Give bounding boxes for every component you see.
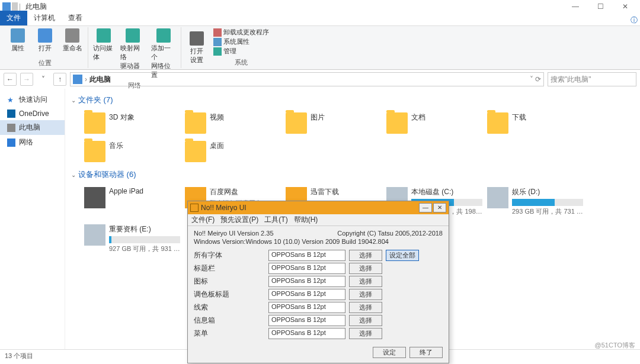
select-button[interactable]: 选择 [349,289,382,300]
dlg-close-button[interactable]: ✕ [433,203,446,212]
folder-item[interactable]: 文档 [384,110,485,136]
select-button[interactable]: 选择 [349,250,382,261]
dialog-titlebar[interactable]: No!! Meiryo UI — ✕ [188,201,449,214]
dlg-version: No!! Meiryo UI Version 2.35 [194,230,274,237]
dialog-icon [190,204,199,212]
forward-button[interactable]: → [20,73,33,86]
drive-name: 娱乐 (D:) [512,187,583,197]
properties-button[interactable]: 属性 [5,27,31,54]
drive-icon [487,187,508,208]
menu-file[interactable]: 文件(F) [191,215,215,225]
drive-item[interactable]: 娱乐 (D:)293 GB 可用，共 731 … [485,185,585,218]
star-icon: ★ [7,96,15,104]
meiryo-dialog: No!! Meiryo UI — ✕ 文件(F) 预先设置(P) 工具(T) 帮… [187,201,449,363]
sidebar-item-此电脑[interactable]: 此电脑 [0,120,65,135]
folder-item[interactable]: 3D 对象 [82,110,183,136]
dlg-minimize-button[interactable]: — [419,203,432,212]
sidebar-item-快速访问[interactable]: ★快速访问 [0,92,65,107]
up-button[interactable]: ˅ [37,73,50,86]
maximize-button[interactable]: ☐ [588,0,613,13]
pc-icon [7,124,15,132]
back-button[interactable]: ← [4,73,17,86]
help-icon[interactable]: ⓘ [628,15,640,25]
drive-name: Apple iPad [109,187,180,195]
folder-item[interactable]: 下载 [485,110,585,136]
open-button[interactable]: 打开 [32,27,58,54]
menu-help[interactable]: 帮助(H) [294,215,318,225]
drive-item[interactable]: 重要资料 (E:)927 GB 可用，共 931 … [82,222,183,256]
font-row-label: 标题栏 [194,263,265,273]
apply-button[interactable]: 设定 [373,347,406,358]
folder-icon [286,112,307,134]
font-row-label: 信息箱 [194,315,265,326]
net-icon [7,138,15,147]
font-value-input[interactable]: OPPOSans B 12pt [268,276,345,287]
up-folder-button[interactable]: ↑ [53,73,66,86]
rename-button[interactable]: 重命名 [59,27,85,54]
sidebar-item-网络[interactable]: 网络 [0,135,65,150]
sidebar-item-OneDrive[interactable]: OneDrive [0,107,65,120]
font-value-input[interactable]: OPPOSans B 12pt [268,315,345,326]
set-all-button[interactable]: 设定全部 [386,250,419,261]
font-value-input[interactable]: OPPOSans B 12pt [268,289,345,300]
open-settings-button[interactable]: 打开 设置 [184,30,210,66]
folder-name: 音乐 [109,141,180,151]
folder-icon [84,141,105,162]
font-row: 标题栏OPPOSans B 12pt选择 [194,263,443,274]
font-value-input[interactable]: OPPOSans B 12pt [268,328,345,339]
select-button[interactable]: 选择 [349,302,382,313]
drive-item[interactable]: Apple iPad [82,185,183,218]
titlebar-sep: | [19,2,21,11]
map-network-button[interactable]: 映射网络 驱动器 [118,27,148,72]
drive-name: 重要资料 (E:) [109,224,180,234]
font-row-label: 菜单 [194,328,265,339]
cloud-icon [7,109,15,118]
folder-item[interactable]: 图片 [283,110,384,136]
pc-icon [73,75,82,84]
doc-icon [12,2,18,11]
font-value-input[interactable]: OPPOSans B 12pt [268,302,345,313]
select-button[interactable]: 选择 [349,328,382,339]
font-value-input[interactable]: OPPOSans B 12pt [268,250,345,261]
exit-button[interactable]: 终了 [409,347,443,358]
ribbon-label-system: 系统 [213,57,269,67]
close-button[interactable]: ✕ [613,0,638,13]
select-button[interactable]: 选择 [349,276,382,287]
tab-computer[interactable]: 计算机 [27,11,62,25]
ribbon-tabs: 文件 计算机 查看 ⓘ [0,13,640,26]
drive-name: 百度网盘 [210,187,281,197]
sidebar-item-label: 快速访问 [19,95,47,105]
ribbon: 属性 打开 重命名 位置 访问媒体 映射网络 驱动器 添加一个 网络位置 网络 … [0,26,640,70]
item-count: 13 个项目 [5,352,33,360]
tab-view[interactable]: 查看 [62,11,89,25]
tab-file[interactable]: 文件 [0,11,27,25]
dlg-winver: Windows Version:Windows 10 (10.0) Versio… [194,238,443,245]
window-title: 此电脑 [25,2,47,12]
select-button[interactable]: 选择 [349,263,382,274]
folder-name: 文档 [411,112,482,123]
manage-button[interactable]: 管理 [213,47,269,56]
menu-preset[interactable]: 预先设置(P) [220,215,258,225]
sysprops-button[interactable]: 系统属性 [213,37,269,46]
search-input[interactable]: 搜索"此电脑" [548,72,636,86]
menu-tool[interactable]: 工具(T) [264,215,287,225]
dialog-menu: 文件(F) 预先设置(P) 工具(T) 帮助(H) [188,214,449,226]
folders-header[interactable]: ⌄ 文件夹 (7) [71,95,634,105]
access-media-button[interactable]: 访问媒体 [91,27,117,63]
drives-header[interactable]: ⌄ 设备和驱动器 (6) [71,169,634,180]
folder-item[interactable]: 音乐 [82,138,183,165]
folder-icon [84,112,105,134]
watermark: @51CTO博客 [595,341,635,350]
folder-item[interactable]: 桌面 [183,138,283,165]
font-value-input[interactable]: OPPOSans B 12pt [268,263,345,274]
font-row: 菜单OPPOSans B 12pt选择 [194,328,443,339]
minimize-button[interactable]: — [563,0,588,13]
ribbon-group-location: 属性 打开 重命名 位置 [2,27,88,68]
folder-name: 3D 对象 [109,112,180,123]
drive-icon [84,224,105,246]
address-path[interactable]: › 此电脑 ˅ ⟳ [70,72,544,86]
uninstall-button[interactable]: 卸载或更改程序 [213,28,269,37]
font-row-label: 所有字体 [194,250,265,260]
select-button[interactable]: 选择 [349,315,382,326]
folder-item[interactable]: 视频 [183,110,283,136]
